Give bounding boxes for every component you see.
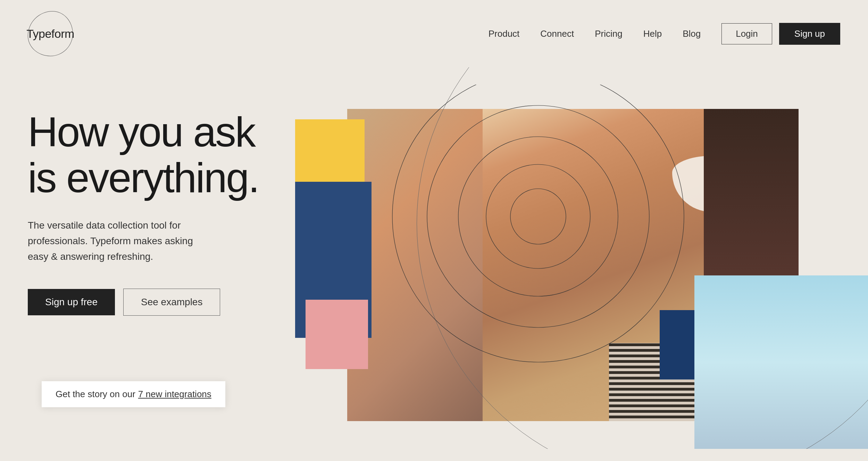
bottom-right-geo-blue bbox=[660, 310, 694, 379]
notification-pill: Get the story on our 7 new integrations bbox=[42, 381, 225, 407]
nav-link-product[interactable]: Product bbox=[489, 28, 520, 39]
nav-links: Product Connect Pricing Help Blog bbox=[489, 28, 701, 39]
logo-text: Typeform bbox=[26, 27, 74, 41]
nav-link-pricing[interactable]: Pricing bbox=[595, 28, 622, 39]
nav-item-pricing[interactable]: Pricing bbox=[595, 28, 622, 39]
notification-text: Get the story on our bbox=[56, 389, 135, 400]
hero-subtitle: The versatile data collection tool for p… bbox=[28, 218, 208, 264]
hero-title-line1: How you ask bbox=[28, 109, 255, 155]
nav-link-help[interactable]: Help bbox=[643, 28, 662, 39]
nav-item-help[interactable]: Help bbox=[643, 28, 662, 39]
teeth-detail bbox=[672, 156, 751, 212]
hero-image-area bbox=[278, 67, 868, 449]
cta-buttons: Sign up free See examples bbox=[28, 289, 285, 316]
signup-nav-button[interactable]: Sign up bbox=[779, 23, 840, 45]
nav-link-blog[interactable]: Blog bbox=[683, 28, 701, 39]
see-examples-button[interactable]: See examples bbox=[123, 289, 220, 316]
logo-area: Typeform bbox=[28, 11, 73, 56]
nav-item-connect[interactable]: Connect bbox=[540, 28, 574, 39]
bottom-right-photo bbox=[694, 275, 868, 449]
signup-free-button[interactable]: Sign up free bbox=[28, 289, 115, 315]
nav-item-blog[interactable]: Blog bbox=[683, 28, 701, 39]
notification-link[interactable]: 7 new integrations bbox=[138, 389, 211, 400]
nav-link-connect[interactable]: Connect bbox=[540, 28, 574, 39]
hero-title: How you ask is everything. bbox=[28, 109, 285, 200]
geo-pink-shape bbox=[306, 300, 368, 369]
main-nav: Product Connect Pricing Help Blog Login … bbox=[489, 23, 840, 45]
nav-actions: Login Sign up bbox=[721, 23, 840, 45]
notification-bar: Get the story on our 7 new integrations bbox=[42, 381, 225, 407]
nav-item-product[interactable]: Product bbox=[489, 28, 520, 39]
main-content: How you ask is everything. The versatile… bbox=[0, 67, 868, 449]
login-button[interactable]: Login bbox=[721, 23, 772, 44]
logo-blob: Typeform bbox=[28, 11, 73, 56]
hero-title-line2: is everything. bbox=[28, 154, 259, 201]
site-header: Typeform Product Connect Pricing Help Bl… bbox=[0, 0, 868, 67]
